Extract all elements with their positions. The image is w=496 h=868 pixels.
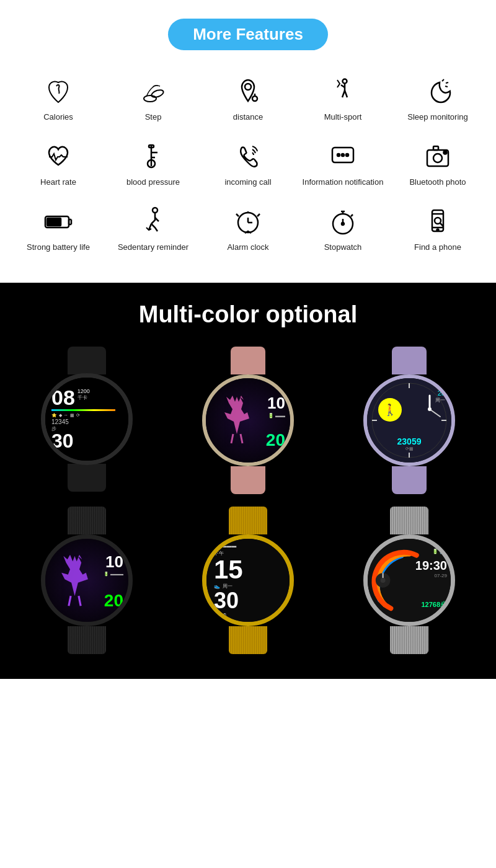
svg-line-52: [430, 409, 440, 417]
sleep-icon: [422, 74, 453, 107]
watch-gold-metal: 🔋 ▬▬▬ 下午 15 👟 周一 30 12/15: [174, 507, 322, 654]
svg-point-53: [428, 407, 432, 411]
multi-sport-icon: [327, 74, 358, 107]
feature-bluetooth-photo: Bluetooth photo: [392, 134, 484, 193]
watch-body-silver: 🔋 🔗 19:30 07-29 12768步: [363, 534, 455, 626]
watch-silver-metal: 🔋 🔗 19:30 07-29 12768步: [335, 507, 484, 654]
watch-body-purple: 🚶 20 周一 23059 ⟳▦: [363, 374, 455, 466]
multi-sport-label: Multi-sport: [324, 112, 362, 123]
blood-pressure-label: blood pressure: [126, 177, 180, 188]
watch-black-metal: 10 🔋 ▬▬▬ 20: [12, 507, 161, 654]
calories-icon: [43, 74, 74, 107]
strap-top-silver: [390, 507, 428, 534]
svg-rect-21: [433, 146, 438, 150]
sedentary-label: Sedentary reminder: [118, 242, 188, 253]
watch-body-black-metal: 10 🔋 ▬▬▬ 20: [41, 534, 133, 626]
step-label: Step: [145, 112, 162, 123]
feature-calories: Calories: [12, 69, 104, 128]
strap-top-gold: [229, 507, 267, 534]
calories-label: Calories: [43, 112, 73, 123]
watch-body-black: 08 1200 千卡 ⭐ ◆ ↔ ▦ ⟳: [41, 373, 133, 465]
bluetooth-photo-icon: [422, 139, 453, 172]
sleep-label: Sleep monitoring: [407, 112, 468, 123]
blood-pressure-icon: [138, 139, 169, 172]
stopwatch-icon: [327, 204, 358, 237]
alarm-icon: [232, 204, 264, 237]
svg-point-2: [245, 84, 251, 90]
svg-point-44: [435, 218, 441, 224]
feature-sleep: Sleep monitoring: [392, 69, 484, 128]
feature-step: Step: [107, 69, 199, 128]
feature-heart-rate: Heart rate: [12, 134, 104, 193]
svg-point-1: [151, 89, 164, 99]
strap-bottom-pink: [231, 466, 265, 494]
strap-top-purple: [392, 347, 427, 374]
svg-line-38: [351, 215, 353, 216]
find-phone-icon: [422, 204, 453, 237]
feature-multi-sport: Multi-sport: [297, 69, 389, 128]
find-phone-label: Find a phone: [414, 242, 461, 253]
watch-body-gold: 🔋 ▬▬▬ 下午 15 👟 周一 30 12/15: [202, 534, 294, 626]
svg-point-22: [444, 151, 447, 154]
watch-body-pink: 10 🔋 ▬▬ 20: [202, 374, 294, 466]
svg-point-39: [342, 223, 344, 225]
distance-label: distance: [233, 112, 263, 123]
watch-pink-silicone: 10 🔋 ▬▬ 20: [174, 347, 322, 494]
battery-label: Strong battery life: [27, 242, 90, 253]
alarm-label: Alarm clock: [227, 242, 268, 253]
distance-icon: [232, 74, 264, 107]
battery-icon: [43, 204, 74, 237]
svg-point-16: [337, 154, 340, 156]
svg-point-56: [381, 578, 386, 583]
strap-bottom-gold: [229, 626, 267, 654]
feature-distance: distance: [202, 69, 294, 128]
top-section: More Features Calories Step: [0, 0, 496, 283]
svg-point-29: [153, 208, 157, 213]
strap-bottom-black-metal: [68, 626, 106, 654]
feature-incoming-call: incoming call: [202, 134, 294, 193]
strap-bottom-black: [68, 464, 106, 492]
feature-stopwatch: Stopwatch: [297, 199, 389, 258]
incoming-call-label: incoming call: [224, 177, 271, 188]
feature-blood-pressure: blood pressure: [107, 134, 199, 193]
feature-sedentary: Sedentary reminder: [107, 199, 199, 258]
svg-rect-24: [47, 218, 61, 226]
sedentary-icon: [138, 204, 169, 237]
info-notification-icon: [327, 139, 358, 172]
feature-info-notification: Information notification: [297, 134, 389, 193]
step-icon: [138, 74, 169, 107]
svg-point-18: [346, 154, 348, 156]
watches-grid: 08 1200 千卡 ⭐ ◆ ↔ ▦ ⟳: [12, 347, 484, 654]
feature-find-phone: Find a phone: [392, 199, 484, 258]
svg-point-0: [144, 95, 156, 102]
strap-top-black: [68, 347, 106, 374]
heart-rate-label: Heart rate: [40, 177, 76, 188]
svg-line-9: [345, 91, 347, 97]
incoming-call-icon: [232, 139, 264, 172]
svg-point-43: [437, 229, 439, 231]
more-features-badge: More Features: [168, 19, 328, 50]
feature-alarm: Alarm clock: [202, 199, 294, 258]
bluetooth-photo-label: Bluetooth photo: [409, 177, 466, 188]
strap-bottom-purple: [392, 466, 427, 494]
svg-point-5: [343, 79, 347, 84]
features-grid: Calories Step d: [12, 69, 484, 258]
info-notification-label: Information notification: [303, 177, 384, 188]
watch-purple-silicone: 🚶 20 周一 23059 ⟳▦: [335, 347, 484, 494]
svg-point-3: [252, 96, 257, 101]
strap-top-black-metal: [68, 507, 106, 534]
heart-rate-icon: [43, 139, 74, 172]
svg-point-17: [342, 154, 344, 156]
svg-point-20: [433, 154, 442, 162]
strap-bottom-silver: [390, 626, 428, 654]
strap-top-pink: [231, 347, 265, 374]
multi-color-title: Multi-color optional: [12, 301, 484, 328]
watch-black-silicone: 08 1200 千卡 ⭐ ◆ ↔ ▦ ⟳: [12, 347, 161, 494]
feature-battery: Strong battery life: [12, 199, 104, 258]
stopwatch-label: Stopwatch: [324, 242, 362, 253]
bottom-section: Multi-color optional 08 1200 千卡: [0, 283, 496, 679]
